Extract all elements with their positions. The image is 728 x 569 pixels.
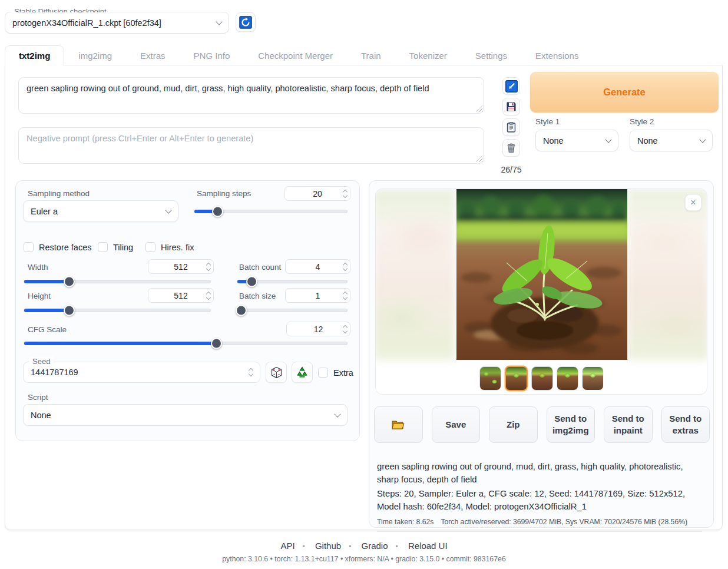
restore-faces-checkbox[interactable] <box>24 242 34 252</box>
spinner-arrows-icon[interactable] <box>343 187 347 200</box>
open-folder-button[interactable] <box>374 406 423 443</box>
close-gallery-button[interactable]: × <box>685 194 701 211</box>
generation-settings-panel: Sampling method Euler a Sampling steps 2… <box>15 180 360 441</box>
sampling-steps-slider[interactable] <box>194 210 348 213</box>
seed-value: 1441787169 <box>31 368 249 377</box>
tab-img2img[interactable]: img2img <box>64 45 126 65</box>
spinner-arrows-icon[interactable] <box>249 369 253 376</box>
tab-train[interactable]: Train <box>347 45 395 65</box>
generate-button[interactable]: Generate <box>530 72 719 113</box>
tiling-option: Tiling <box>98 242 133 252</box>
slider-handle[interactable] <box>64 305 75 316</box>
tab-extensions[interactable]: Extensions <box>521 45 593 65</box>
api-link[interactable]: API <box>280 541 294 551</box>
save-button[interactable]: Save <box>432 406 481 443</box>
generated-image[interactable] <box>456 189 627 360</box>
chevron-down-icon <box>699 136 706 143</box>
cfg-scale-value: 12 <box>314 325 323 334</box>
style1-dropdown[interactable]: None <box>535 130 618 151</box>
txt2img-tab-content: green sapling rowing out of ground, mud,… <box>5 65 723 530</box>
send-to-img2img-button[interactable]: Send to img2img <box>547 406 595 443</box>
save-style-button[interactable] <box>502 98 520 115</box>
sampling-method-dropdown[interactable]: Euler a <box>23 200 178 222</box>
thumbnail-5[interactable] <box>582 366 604 391</box>
zip-button[interactable]: Zip <box>489 406 538 443</box>
info-params-text: Steps: 20, Sampler: Euler a, CFG scale: … <box>377 488 702 514</box>
separator-dot: • <box>349 542 351 551</box>
apply-style-button[interactable] <box>502 118 520 136</box>
refresh-checkpoint-button[interactable] <box>236 12 256 32</box>
info-performance-text: Time taken: 8.62sTorch active/reserved: … <box>377 518 702 526</box>
prompt-field-wrap: green sapling rowing out of ground, mud,… <box>18 77 484 114</box>
slider-handle[interactable] <box>212 206 223 217</box>
random-seed-button[interactable] <box>266 362 287 383</box>
tiling-checkbox[interactable] <box>98 242 108 252</box>
height-input[interactable]: 512 <box>148 288 214 303</box>
width-input[interactable]: 512 <box>148 259 214 274</box>
tab-tokenizer[interactable]: Tokenizer <box>395 45 461 65</box>
gradio-link[interactable]: Gradio <box>362 541 388 551</box>
slider-handle[interactable] <box>64 276 75 287</box>
spinner-arrows-icon[interactable] <box>343 260 347 273</box>
spinner-arrows-icon[interactable] <box>343 289 347 302</box>
generation-info: green sapling rowing out of ground, mud,… <box>377 461 702 532</box>
tab-extras[interactable]: Extras <box>126 45 180 65</box>
width-slider[interactable] <box>24 280 211 283</box>
slider-handle[interactable] <box>246 276 257 287</box>
sampling-steps-input[interactable]: 20 <box>284 186 350 201</box>
hires-fix-option: Hires. fix <box>145 242 194 252</box>
tab-txt2img[interactable]: txt2img <box>5 45 64 66</box>
hires-fix-label: Hires. fix <box>161 243 194 252</box>
height-label: Height <box>28 292 51 300</box>
sampling-steps-label: Sampling steps <box>197 189 251 198</box>
seed-input[interactable]: 1441787169 <box>24 362 260 382</box>
tab-settings[interactable]: Settings <box>461 45 521 65</box>
thumbnail-4[interactable] <box>557 366 578 391</box>
spinner-arrows-icon[interactable] <box>343 322 347 336</box>
chevron-down-icon <box>216 18 222 25</box>
batch-count-slider[interactable] <box>237 280 348 283</box>
sampling-method-label: Sampling method <box>28 189 90 198</box>
negative-prompt-input[interactable] <box>19 128 484 163</box>
tab-png-info[interactable]: PNG Info <box>180 45 244 65</box>
thumbnail-3[interactable] <box>531 366 553 391</box>
apply-style-clipboard-icon <box>505 121 517 133</box>
batch-size-input[interactable]: 1 <box>285 288 350 303</box>
slider-handle[interactable] <box>236 305 247 316</box>
chevron-down-icon <box>334 411 340 417</box>
checkpoint-value: protogenX34OfficialR_1.ckpt [60fe2f34] <box>12 18 161 28</box>
batch-size-slider[interactable] <box>237 309 348 312</box>
gallery-blur-right <box>627 189 707 360</box>
github-link[interactable]: Github <box>315 541 341 551</box>
height-slider[interactable] <box>24 309 211 312</box>
stable-diffusion-webui: Stable Diffusion checkpoint protogenX34O… <box>0 0 728 569</box>
reuse-seed-button[interactable] <box>292 362 313 383</box>
slider-handle[interactable] <box>211 338 222 349</box>
extra-seed-checkbox[interactable] <box>318 368 328 378</box>
reload-ui-link[interactable]: Reload UI <box>408 541 448 551</box>
extra-seed-option: Extra <box>318 368 353 378</box>
tab-checkpoint-merger[interactable]: Checkpoint Merger <box>244 45 347 65</box>
cfg-scale-input[interactable]: 12 <box>286 322 350 336</box>
batch-count-input[interactable]: 4 <box>285 259 350 274</box>
checkpoint-dropdown[interactable]: protogenX34OfficialR_1.ckpt [60fe2f34] <box>5 12 229 33</box>
thumbnail-2-selected[interactable] <box>505 366 528 391</box>
style2-dropdown[interactable]: None <box>630 130 713 151</box>
spinner-arrows-icon[interactable] <box>207 260 210 273</box>
spinner-arrows-icon[interactable] <box>207 289 210 302</box>
save-style-floppy-icon <box>505 101 517 113</box>
send-to-inpaint-button[interactable]: Send to inpaint <box>604 406 653 443</box>
extra-seed-label: Extra <box>333 368 353 378</box>
separator-dot: • <box>396 542 398 551</box>
thumbnail-1[interactable] <box>479 366 501 391</box>
hires-fix-checkbox[interactable] <box>145 242 155 252</box>
send-to-extras-button[interactable]: Send to extras <box>661 406 710 443</box>
close-icon: × <box>690 197 696 208</box>
prompt-input[interactable]: green sapling rowing out of ground, mud,… <box>19 78 484 113</box>
chevron-down-icon <box>605 136 611 143</box>
cfg-scale-slider[interactable] <box>24 342 348 345</box>
restore-faces-option: Restore faces <box>24 242 91 252</box>
script-dropdown[interactable]: None <box>23 404 348 426</box>
read-params-button[interactable] <box>502 77 520 95</box>
clear-prompt-button[interactable] <box>502 139 520 157</box>
